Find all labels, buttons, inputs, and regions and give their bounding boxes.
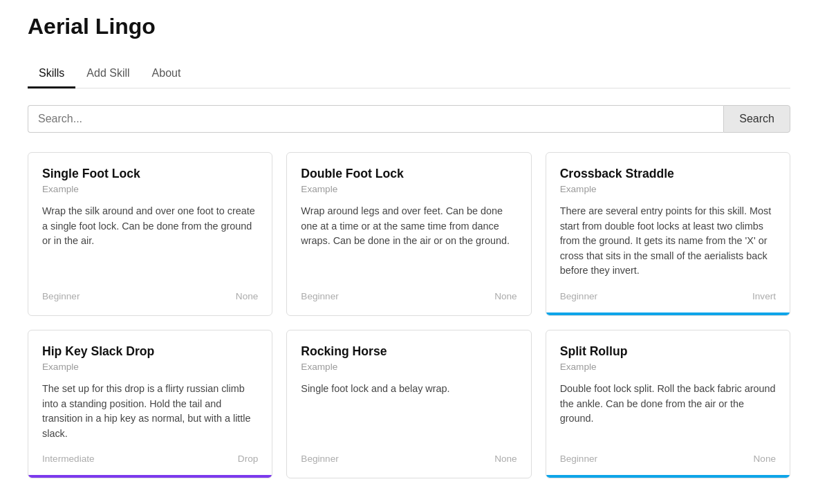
tab-skills[interactable]: Skills <box>28 60 75 88</box>
tab-add-skill[interactable]: Add Skill <box>75 60 140 88</box>
card-footer: Beginner Invert <box>560 291 776 301</box>
card-level: Beginner <box>301 291 338 301</box>
card-single-foot-lock[interactable]: Single Foot Lock Example Wrap the silk a… <box>28 152 272 316</box>
card-subtitle: Example <box>42 184 258 194</box>
card-footer: Beginner None <box>42 291 258 301</box>
search-input[interactable] <box>28 105 723 133</box>
card-description: The set up for this drop is a flirty rus… <box>42 382 258 441</box>
card-description: Double foot lock split. Roll the back fa… <box>560 382 776 441</box>
card-description: Wrap the silk around and over one foot t… <box>42 204 258 279</box>
card-split-rollup[interactable]: Split Rollup Example Double foot lock sp… <box>546 330 790 478</box>
card-level: Intermediate <box>42 454 95 464</box>
card-level: Beginner <box>560 454 597 464</box>
card-description: There are several entry points for this … <box>560 204 776 279</box>
card-crossback-straddle[interactable]: Crossback Straddle Example There are sev… <box>546 152 790 316</box>
search-button[interactable]: Search <box>723 105 790 133</box>
card-subtitle: Example <box>42 362 258 372</box>
card-type: Drop <box>238 454 258 464</box>
card-title: Rocking Horse <box>301 344 517 359</box>
card-level: Beginner <box>42 291 80 301</box>
card-rocking-horse[interactable]: Rocking Horse Example Single foot lock a… <box>286 330 531 478</box>
card-description: Single foot lock and a belay wrap. <box>301 382 517 441</box>
search-row: Search <box>28 105 790 133</box>
card-double-foot-lock[interactable]: Double Foot Lock Example Wrap around leg… <box>286 152 531 316</box>
card-type: None <box>494 454 517 464</box>
cards-grid: Single Foot Lock Example Wrap the silk a… <box>28 152 790 478</box>
card-subtitle: Example <box>301 184 517 194</box>
card-level: Beginner <box>301 454 338 464</box>
app-container: Aerial Lingo Skills Add Skill About Sear… <box>0 0 818 492</box>
card-title: Crossback Straddle <box>560 167 776 181</box>
card-subtitle: Example <box>560 362 776 372</box>
card-type: None <box>494 291 517 301</box>
card-title: Hip Key Slack Drop <box>42 344 258 359</box>
card-level: Beginner <box>560 291 597 301</box>
card-title: Split Rollup <box>560 344 776 359</box>
card-hip-key-slack-drop[interactable]: Hip Key Slack Drop Example The set up fo… <box>28 330 272 478</box>
card-type: Invert <box>752 291 776 301</box>
card-footer: Beginner None <box>301 291 517 301</box>
card-description: Wrap around legs and over feet. Can be d… <box>301 204 517 279</box>
app-title: Aerial Lingo <box>28 14 790 39</box>
card-title: Single Foot Lock <box>42 167 258 181</box>
card-footer: Intermediate Drop <box>42 454 258 464</box>
card-type: None <box>754 454 777 464</box>
card-type: None <box>236 291 259 301</box>
tab-about[interactable]: About <box>141 60 192 88</box>
nav-tabs: Skills Add Skill About <box>28 60 790 88</box>
card-title: Double Foot Lock <box>301 167 517 181</box>
card-footer: Beginner None <box>560 454 776 464</box>
card-subtitle: Example <box>560 184 776 194</box>
card-footer: Beginner None <box>301 454 517 464</box>
card-subtitle: Example <box>301 362 517 372</box>
